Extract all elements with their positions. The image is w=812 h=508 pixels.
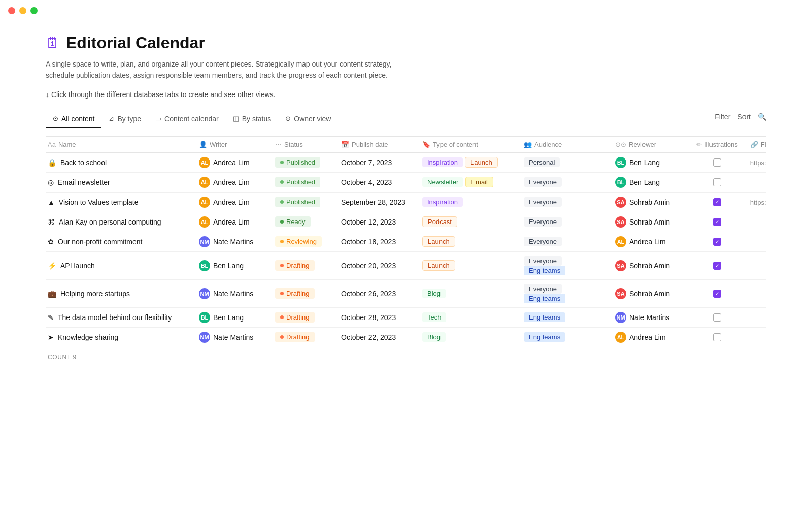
col-header-reviewer[interactable]: ⊙⊙ Reviewer xyxy=(609,136,690,152)
col-header-audience[interactable]: 👥 Audience xyxy=(518,136,609,152)
name-cell[interactable]: ✿ Our non-profit commitment xyxy=(46,232,193,251)
avatar: NM xyxy=(199,332,210,343)
page-title: Editorial Calendar xyxy=(66,34,205,52)
status-badge: Drafting xyxy=(275,312,315,323)
publish-date: September 28, 2023 xyxy=(341,198,405,206)
col-header-type-of-content[interactable]: 🔖 Type of content xyxy=(416,136,518,152)
name-cell[interactable]: ⚡ API launch xyxy=(46,251,193,279)
maximize-button[interactable] xyxy=(30,7,38,14)
tab-content-calendar[interactable]: ▭ Content calendar xyxy=(148,111,226,128)
close-button[interactable] xyxy=(8,7,15,14)
avatar: SA xyxy=(615,288,626,299)
audience-badge: Everyone xyxy=(524,237,562,246)
col-header-illustrations[interactable]: ✏ Illustrations xyxy=(690,136,744,152)
name-cell[interactable]: 💼 Helping more startups xyxy=(46,279,193,307)
writer-cell: NM Nate Martins xyxy=(193,327,269,347)
illustrations-checkbox[interactable]: ✓ xyxy=(713,198,721,206)
table-row: ✎ The data model behind our flexibility … xyxy=(46,307,766,327)
illustrations-cell xyxy=(690,327,744,347)
final-cell xyxy=(744,327,766,347)
audience-cell: EveryoneEng teams xyxy=(518,279,609,307)
publish-date: October 28, 2023 xyxy=(341,313,396,322)
sort-label: Sort xyxy=(737,113,751,121)
avatar: AL xyxy=(615,332,626,343)
illustrations-checkbox[interactable]: ✓ xyxy=(713,262,721,270)
illustrations-checkbox[interactable] xyxy=(713,313,721,322)
col-header-final[interactable]: 🔗 Final xyxy=(744,136,766,152)
table-row: ▲ Vision to Values template AL Andrea Li… xyxy=(46,192,766,212)
writer-cell: AL Andrea Lim xyxy=(193,212,269,232)
illustrations-checkbox[interactable] xyxy=(713,158,721,167)
name-cell[interactable]: ✎ The data model behind our flexibility xyxy=(46,307,193,327)
illustrations-cell: ✓ xyxy=(690,212,744,232)
reviewer-col-icon: ⊙⊙ xyxy=(615,141,626,148)
data-table: Aa Name 👤 Writer ⋯ Status xyxy=(46,136,766,347)
sort-button[interactable]: Sort xyxy=(737,113,751,121)
col-header-publish-date[interactable]: 📅 Publish date xyxy=(335,136,416,152)
tab-by-status[interactable]: ◫ By status xyxy=(226,111,279,128)
illustrations-checkbox[interactable]: ✓ xyxy=(713,290,721,298)
status-label: Published xyxy=(286,158,315,166)
type-badge: Inspiration xyxy=(422,197,463,207)
avatar: NM xyxy=(199,236,210,247)
writer-name: Andrea Lim xyxy=(213,218,250,226)
status-label: Published xyxy=(286,198,315,206)
name-cell[interactable]: ➤ Knowledge sharing xyxy=(46,327,193,347)
status-label: Ready xyxy=(286,218,306,226)
reviewer-cell: SA Sohrab Amin xyxy=(609,192,690,212)
avatar: AL xyxy=(615,236,626,247)
reviewer-cell: SA Sohrab Amin xyxy=(609,212,690,232)
name-cell[interactable]: ⌘ Alan Kay on personal computing xyxy=(46,212,193,232)
row-name: Our non-profit commitment xyxy=(58,238,143,246)
final-cell xyxy=(744,172,766,192)
table-row: ✿ Our non-profit commitment NM Nate Mart… xyxy=(46,232,766,251)
reviewer-cell: BL Ben Lang xyxy=(609,172,690,192)
status-badge: Published xyxy=(275,157,320,168)
reviewer-name: Sohrab Amin xyxy=(629,290,670,298)
status-badge: Drafting xyxy=(275,332,315,342)
row-name: Alan Kay on personal computing xyxy=(59,218,161,226)
audience-cell: Everyone xyxy=(518,212,609,232)
table-row: ⌘ Alan Kay on personal computing AL Andr… xyxy=(46,212,766,232)
tab-all-content[interactable]: ⊙ All content xyxy=(46,111,101,128)
writer-cell: AL Andrea Lim xyxy=(193,192,269,212)
final-cell xyxy=(744,279,766,307)
filter-button[interactable]: Filter xyxy=(715,113,730,121)
col-header-writer[interactable]: 👤 Writer xyxy=(193,136,269,152)
main-content: 🗓 Editorial Calendar A single space to w… xyxy=(0,21,812,387)
writer-cell: AL Andrea Lim xyxy=(193,172,269,192)
illustrations-cell xyxy=(690,172,744,192)
checkbox-cell: ✓ xyxy=(696,238,738,246)
tab-owner-view[interactable]: ⊙ Owner view xyxy=(278,111,338,128)
illustrations-checkbox[interactable] xyxy=(713,333,721,341)
col-header-name[interactable]: Aa Name xyxy=(46,136,193,152)
audience-badge: Eng teams xyxy=(524,294,565,303)
publish-date-cell: October 22, 2023 xyxy=(335,327,416,347)
table-row: ◎ Email newsletter AL Andrea Lim Publish… xyxy=(46,172,766,192)
status-dot xyxy=(280,180,284,184)
count-value: 9 xyxy=(73,354,76,361)
tab-by-type[interactable]: ⊿ By type xyxy=(101,111,148,128)
search-button[interactable]: 🔍 xyxy=(758,113,766,121)
reviewer-cell: NM Nate Martins xyxy=(609,307,690,327)
col-header-status[interactable]: ⋯ Status xyxy=(269,136,335,152)
illustrations-checkbox[interactable]: ✓ xyxy=(713,238,721,246)
publish-date: October 18, 2023 xyxy=(341,238,396,246)
reviewer-cell: SA Sohrab Amin xyxy=(609,279,690,307)
name-cell[interactable]: 🔒 Back to school xyxy=(46,152,193,172)
type-cell: Launch xyxy=(416,251,518,279)
status-badge: Reviewing xyxy=(275,236,322,247)
avatar: SA xyxy=(615,216,626,228)
row-name: API launch xyxy=(60,262,95,270)
name-cell[interactable]: ◎ Email newsletter xyxy=(46,172,193,192)
row-name: Helping more startups xyxy=(60,290,130,298)
illustrations-checkbox[interactable] xyxy=(713,178,721,186)
publish-date-cell: October 26, 2023 xyxy=(335,279,416,307)
table-header-row: Aa Name 👤 Writer ⋯ Status xyxy=(46,136,766,152)
status-dot xyxy=(280,220,284,224)
name-cell[interactable]: ▲ Vision to Values template xyxy=(46,192,193,212)
minimize-button[interactable] xyxy=(19,7,26,14)
audience-badge: Everyone xyxy=(524,256,562,266)
illustrations-checkbox[interactable]: ✓ xyxy=(713,218,721,226)
status-cell: Drafting xyxy=(269,327,335,347)
